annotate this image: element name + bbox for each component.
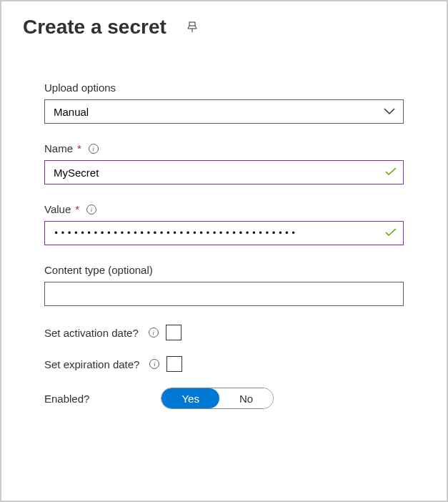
info-icon[interactable]: i xyxy=(149,328,159,338)
upload-options-label: Upload options xyxy=(44,82,404,94)
content-type-input[interactable] xyxy=(44,282,404,306)
name-label: Name xyxy=(44,142,73,154)
value-label: Value xyxy=(44,203,71,215)
pin-icon[interactable] xyxy=(186,21,199,34)
page-title: Create a secret xyxy=(23,16,166,39)
info-icon[interactable]: i xyxy=(86,205,96,215)
required-indicator: * xyxy=(75,203,79,215)
activation-date-checkbox[interactable] xyxy=(166,325,181,340)
enabled-label: Enabled? xyxy=(44,393,89,405)
enabled-no-button[interactable]: No xyxy=(219,388,273,408)
info-icon[interactable]: i xyxy=(149,359,159,369)
activation-date-label: Set activation date? xyxy=(44,327,139,339)
enabled-yes-button[interactable]: Yes xyxy=(161,388,219,408)
name-input[interactable] xyxy=(44,160,404,184)
expiration-date-label: Set expiration date? xyxy=(44,358,139,370)
check-icon xyxy=(385,166,397,179)
expiration-date-checkbox[interactable] xyxy=(166,356,182,372)
svg-rect-0 xyxy=(189,22,195,26)
check-icon xyxy=(385,227,397,240)
upload-options-select[interactable] xyxy=(44,99,404,124)
required-indicator: * xyxy=(77,142,81,154)
value-input[interactable]: ••••••••••••••••••••••••••••••••••••• xyxy=(44,221,404,245)
enabled-toggle: Yes No xyxy=(161,388,274,409)
content-type-label: Content type (optional) xyxy=(44,264,404,276)
info-icon[interactable]: i xyxy=(89,144,99,154)
